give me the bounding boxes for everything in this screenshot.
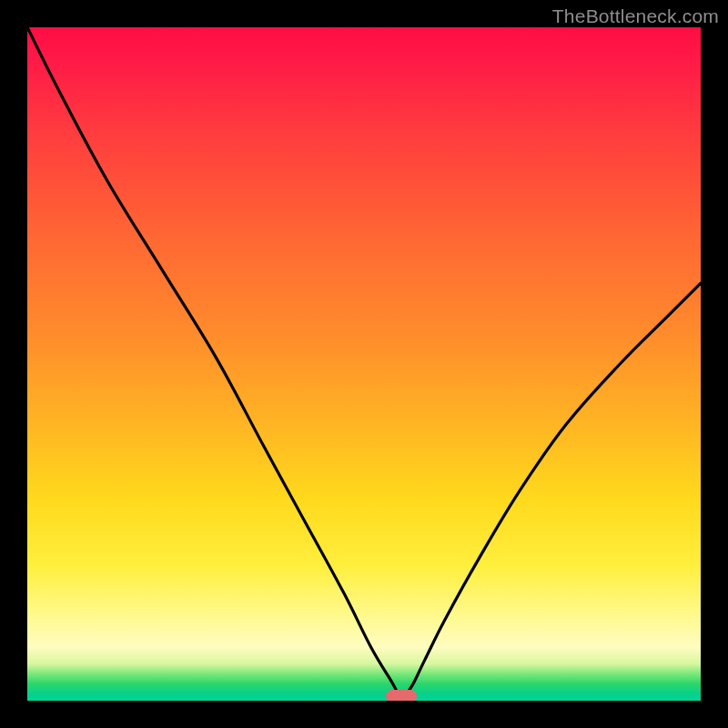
plot-area: [27, 27, 701, 701]
curve-svg: [27, 27, 701, 701]
bottleneck-curve: [27, 27, 701, 696]
chart-frame: TheBottleneck.com: [0, 0, 728, 728]
watermark-text: TheBottleneck.com: [552, 5, 719, 27]
minimum-marker: [386, 690, 417, 701]
